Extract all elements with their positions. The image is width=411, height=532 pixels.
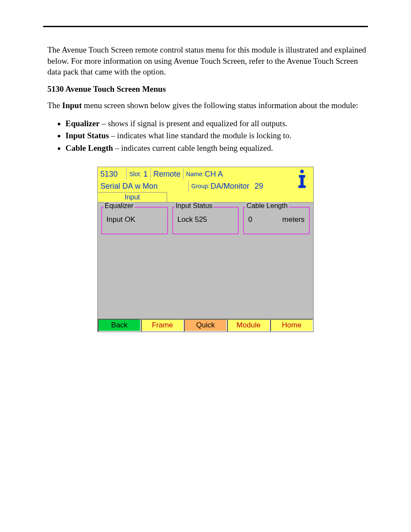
module-desc: Serial DA w Mon: [98, 182, 188, 191]
svg-rect-3: [299, 186, 306, 188]
para-bold: Input: [62, 101, 81, 110]
section-heading: 5130 Avenue Touch Screen Menus: [47, 84, 368, 94]
group-label: Group:: [191, 183, 211, 190]
touchscreen-body: Equalizer Input OK Input Status Lock 525…: [98, 202, 313, 319]
horizontal-rule: [43, 26, 368, 27]
intro-paragraph: The Avenue Touch Screen remote control s…: [47, 44, 368, 78]
equalizer-status-box: Equalizer Input OK: [101, 207, 168, 234]
slot-label: Slot:: [129, 171, 141, 177]
tab-input[interactable]: Input: [97, 192, 167, 202]
touchscreen-header: 5130 Slot: 1 Remote Name: CH A Seria: [98, 167, 313, 192]
name-value: CH A: [205, 170, 223, 179]
para-pre: The: [47, 101, 62, 110]
group-cell: Group: DA/Monitor: [189, 182, 252, 191]
input-paragraph: The Input menu screen shown below gives …: [47, 100, 368, 111]
input-status-value: Lock 525: [177, 215, 234, 224]
bullet-desc: – shows if signal is present and equaliz…: [100, 119, 287, 128]
info-icon[interactable]: [293, 168, 311, 190]
bullet-desc: – indicates current cable length being e…: [113, 143, 273, 152]
slot-value: 1: [143, 170, 148, 179]
model-number: 5130: [98, 170, 126, 179]
cable-length-box: Cable Length 0 meters: [243, 207, 310, 234]
frame-button[interactable]: Frame: [141, 319, 184, 332]
list-item: Cable Length – indicates current cable l…: [65, 143, 368, 154]
name-label: Name:: [186, 171, 205, 177]
list-item: Equalizer – shows if signal is present a…: [65, 118, 368, 130]
list-item: Input Status – indicates what line stand…: [65, 130, 368, 142]
cable-length-value: 0: [248, 215, 252, 224]
tab-row: Input: [98, 192, 313, 202]
bullet-term: Cable Length: [65, 143, 113, 152]
module-button[interactable]: Module: [227, 319, 270, 332]
quick-button[interactable]: Quick: [184, 319, 227, 332]
input-status-legend: Input Status: [175, 202, 213, 210]
home-button[interactable]: Home: [270, 319, 313, 332]
touchscreen-footer: Back Frame Quick Module Home: [98, 319, 313, 332]
group-value: DA/Monitor: [211, 182, 249, 191]
cable-length-legend: Cable Length: [246, 202, 288, 210]
bullet-list: Equalizer – shows if signal is present a…: [65, 118, 368, 154]
remote-label: Remote: [151, 170, 183, 179]
slot-cell: Slot: 1: [127, 170, 150, 179]
equalizer-value: Input OK: [106, 215, 163, 224]
back-button[interactable]: Back: [98, 319, 141, 332]
bullet-term: Input Status: [65, 131, 109, 140]
touchscreen-panel: 5130 Slot: 1 Remote Name: CH A Seria: [97, 167, 314, 332]
svg-rect-2: [300, 175, 303, 187]
bullet-desc: – indicates what line standard the modul…: [109, 131, 292, 140]
bullet-term: Equalizer: [65, 119, 100, 128]
cable-length-units: meters: [282, 215, 305, 224]
equalizer-legend: Equalizer: [104, 202, 134, 210]
svg-point-0: [300, 170, 304, 173]
input-status-box: Input Status Lock 525: [172, 207, 239, 234]
name-cell: Name: CH A: [184, 170, 225, 179]
para-post: menu screen shown below gives the follow…: [82, 101, 358, 110]
